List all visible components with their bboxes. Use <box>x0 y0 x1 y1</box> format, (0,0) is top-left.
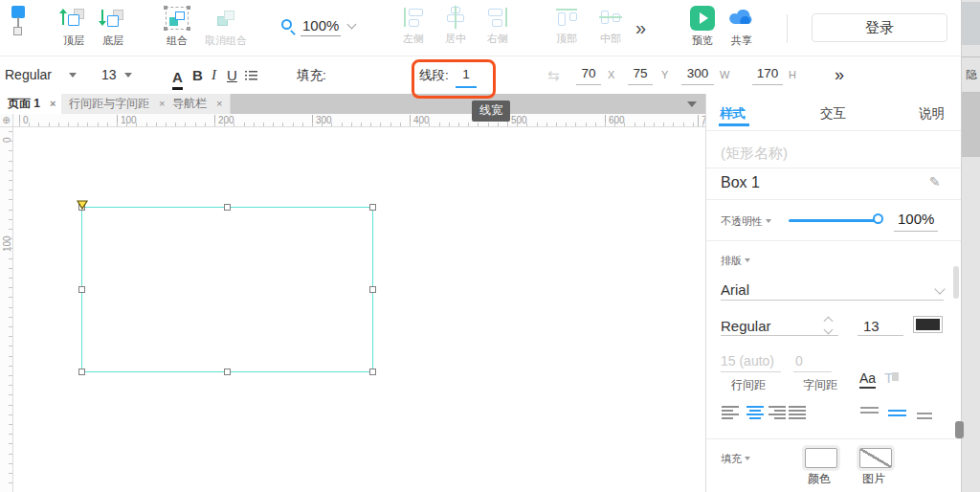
bring-to-front-icon <box>60 6 87 31</box>
font-size-dropdown[interactable]: 13 <box>101 56 117 94</box>
login-button[interactable]: 登录 <box>812 13 947 42</box>
align-right-icon <box>485 6 510 29</box>
stroke-label: 线段: <box>419 56 449 94</box>
align-middle-icon <box>598 6 623 29</box>
letter-spacing-label: 字间距 <box>803 377 837 393</box>
tab-style[interactable]: 样式 <box>720 105 746 123</box>
y-input[interactable]: 75 <box>628 56 653 85</box>
font-size-input[interactable]: 13 <box>863 318 880 334</box>
connector-tool-icon-partial[interactable] <box>0 0 29 48</box>
ungroup-button[interactable]: 取消组合 <box>199 6 253 48</box>
resize-handle-w[interactable] <box>78 286 85 293</box>
underline-button[interactable]: U <box>227 56 237 94</box>
bring-to-front-button[interactable]: 顶层 <box>56 6 92 48</box>
y-label: Y <box>661 56 668 94</box>
chevron-down-icon <box>766 219 771 223</box>
fill-color-button[interactable] <box>805 448 837 468</box>
send-to-back-button[interactable]: 底层 <box>95 6 131 48</box>
ruler-origin-icon[interactable]: ⊕ <box>0 114 13 127</box>
ruler-tick-label: 0 <box>2 137 12 143</box>
tab-line-letter-spacing[interactable]: 行间距与字间距× <box>61 94 173 114</box>
play-icon <box>690 6 715 31</box>
letter-spacing-input[interactable]: 0 <box>795 353 803 369</box>
text-valign-top-button[interactable] <box>860 406 879 419</box>
zoom-value[interactable]: 100% <box>301 17 341 36</box>
text-align-right-button[interactable] <box>768 406 786 419</box>
opacity-value[interactable]: 100% <box>894 211 938 232</box>
tab-page-1[interactable]: 页面 1× <box>0 94 63 114</box>
tab-notes[interactable]: 说明 <box>919 105 945 123</box>
chevron-down-icon <box>347 20 357 30</box>
font-color-button[interactable]: A <box>172 68 183 90</box>
text-valign-middle-button[interactable] <box>888 406 906 419</box>
h-input[interactable]: 170 <box>752 56 783 85</box>
hide-panel-button[interactable]: 隐 <box>962 67 980 83</box>
resize-handle-se[interactable] <box>369 369 376 375</box>
align-right-button[interactable]: 右侧 <box>479 6 517 46</box>
w-input[interactable]: 300 <box>681 56 714 85</box>
active-tab-underline <box>719 123 749 126</box>
resize-handle-sw[interactable] <box>78 369 85 375</box>
line-height-input[interactable]: 15 (auto) <box>721 353 774 369</box>
shape-name-placeholder[interactable]: (矩形名称) <box>721 145 788 163</box>
align-top-button[interactable]: 顶部 <box>547 6 586 46</box>
close-icon[interactable]: × <box>216 98 222 109</box>
list-button[interactable] <box>245 71 257 80</box>
text-align-center-button[interactable] <box>746 406 764 419</box>
font-weight-dropdown[interactable]: Regular <box>721 318 771 334</box>
tab-interaction[interactable]: 交互 <box>820 105 846 123</box>
selected-rectangle[interactable] <box>81 207 373 372</box>
ruler-tick-label: 100 <box>2 235 12 252</box>
resize-handle-e[interactable] <box>369 286 376 293</box>
shape-name-value[interactable]: Box 1 <box>721 174 760 191</box>
tab-list-dropdown-icon[interactable] <box>687 101 697 107</box>
resize-handle-ne[interactable] <box>369 204 376 211</box>
font-family-dropdown[interactable]: Arial <box>721 281 749 298</box>
page-tab-strip: 页面 1× 行间距与字间距× 导航栏× <box>0 94 705 114</box>
panel-scrollbar-thumb[interactable] <box>953 266 959 299</box>
stroke-width-input[interactable]: 1 <box>456 58 477 88</box>
opacity-slider-knob[interactable] <box>873 213 883 224</box>
toolbar-more-button[interactable]: » <box>635 17 644 39</box>
text-align-justify-button[interactable] <box>789 406 807 419</box>
format-more-button[interactable]: » <box>835 56 842 94</box>
group-button[interactable]: 组合 <box>159 6 195 48</box>
opacity-slider-track[interactable] <box>789 219 877 222</box>
main-toolbar: 顶层 底层 组合 取消组合 <box>0 0 961 56</box>
opacity-label: 不透明性 <box>721 214 771 229</box>
tab-navbar[interactable]: 导航栏× <box>165 94 231 114</box>
font-weight-stepper[interactable] <box>825 318 832 333</box>
font-style-dropdown[interactable]: Regular <box>5 56 52 94</box>
align-top-icon <box>554 6 579 29</box>
ruler-tick-label: 7 <box>698 115 705 126</box>
design-canvas[interactable] <box>13 127 705 492</box>
bold-button[interactable]: B <box>192 56 203 94</box>
resize-handle-s[interactable] <box>224 369 231 375</box>
resize-handle-n[interactable] <box>224 204 231 211</box>
share-button[interactable]: 共享 <box>721 6 763 48</box>
text-valign-bottom-button[interactable] <box>917 406 935 419</box>
fill-label: 填充 <box>721 452 750 466</box>
connector-stem <box>17 17 19 27</box>
group-icon <box>164 6 190 31</box>
chevron-down-icon <box>934 283 945 294</box>
swap-arrows-icon[interactable]: ⇆ <box>547 56 560 94</box>
text-style-copy-icon[interactable]: T <box>884 369 893 386</box>
text-case-button[interactable]: Aa <box>859 370 876 389</box>
toolbar-divider <box>787 14 788 43</box>
x-label: X <box>608 56 614 94</box>
fill-image-button[interactable] <box>859 448 892 468</box>
strip-thumb[interactable] <box>955 421 964 438</box>
text-align-left-button[interactable] <box>722 406 740 419</box>
font-color-swatch[interactable] <box>913 316 943 333</box>
align-center-icon <box>443 6 468 29</box>
italic-button[interactable]: I <box>212 56 216 94</box>
align-left-button[interactable]: 左侧 <box>394 6 433 46</box>
align-middle-button[interactable]: 中部 <box>591 6 630 46</box>
align-center-button[interactable]: 居中 <box>436 6 475 46</box>
close-icon[interactable]: × <box>50 98 56 109</box>
preview-button[interactable]: 预览 <box>681 6 724 48</box>
ruler-tick-label: 400 <box>410 115 430 126</box>
rename-pencil-icon[interactable]: ✎ <box>929 174 941 190</box>
x-input[interactable]: 70 <box>576 56 601 85</box>
